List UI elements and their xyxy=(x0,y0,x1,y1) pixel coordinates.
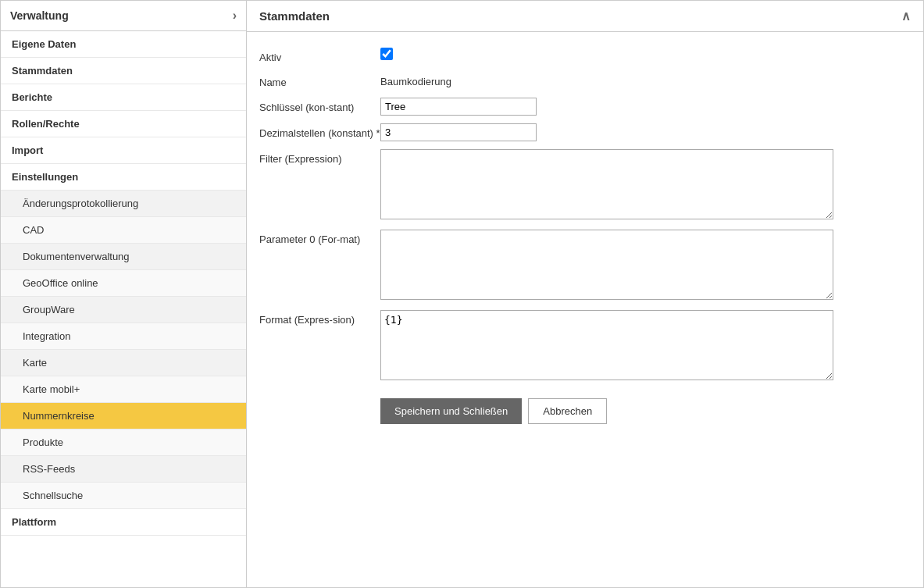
sidebar: Verwaltung › Eigene DatenStammdatenBeric… xyxy=(1,1,247,587)
sidebar-item-groupware[interactable]: GroupWare xyxy=(1,297,246,323)
format-control xyxy=(380,310,833,383)
main-content: Stammdaten ∧ Aktiv Name Baumkodierung Sc… xyxy=(247,1,923,587)
form-area: Aktiv Name Baumkodierung Schlüssel (kon-… xyxy=(247,32,923,440)
aktiv-label: Aktiv xyxy=(259,48,380,65)
dezimalstellen-row: Dezimalstellen (konstant) * xyxy=(259,123,911,141)
sidebar-item-stammdaten[interactable]: Stammdaten xyxy=(1,58,246,84)
main-collapse-icon[interactable]: ∧ xyxy=(901,9,911,23)
name-row: Name Baumkodierung xyxy=(259,73,911,90)
schluessel-control xyxy=(380,98,833,116)
sidebar-item-berichte[interactable]: Berichte xyxy=(1,84,246,111)
aktiv-row: Aktiv xyxy=(259,48,911,65)
dezimalstellen-control xyxy=(380,123,833,141)
main-title: Stammdaten xyxy=(259,9,330,23)
sidebar-collapse-icon[interactable]: › xyxy=(233,9,237,23)
sidebar-item-schnellsuche[interactable]: Schnellsuche xyxy=(1,483,246,509)
format-row: Format (Expres-sion) xyxy=(259,310,911,383)
sidebar-item-rollen-rechte[interactable]: Rollen/Rechte xyxy=(1,111,246,137)
dezimalstellen-label: Dezimalstellen (konstant) * xyxy=(259,123,380,141)
dezimalstellen-input[interactable] xyxy=(380,123,537,141)
schluessel-row: Schlüssel (kon-stant) xyxy=(259,98,911,116)
sidebar-header[interactable]: Verwaltung › xyxy=(1,1,246,31)
sidebar-item-karte-mobil[interactable]: Karte mobil+ xyxy=(1,376,246,403)
filter-textarea[interactable] xyxy=(380,149,833,219)
filter-control xyxy=(380,149,833,222)
schluessel-label: Schlüssel (kon-stant) xyxy=(259,98,380,115)
aktiv-control xyxy=(380,48,833,62)
sidebar-item-integration[interactable]: Integration xyxy=(1,323,246,350)
sidebar-item-geooffice-online[interactable]: GeoOffice online xyxy=(1,270,246,297)
button-row: Speichern und Schließen Abbrechen xyxy=(259,398,911,424)
schluessel-input[interactable] xyxy=(380,98,537,116)
save-button[interactable]: Speichern und Schließen xyxy=(380,398,522,424)
sidebar-title: Verwaltung xyxy=(10,9,69,22)
main-header: Stammdaten ∧ xyxy=(247,1,923,32)
sidebar-item-eigene-daten[interactable]: Eigene Daten xyxy=(1,31,246,58)
sidebar-item-plattform[interactable]: Plattform xyxy=(1,509,246,536)
sidebar-item-dokumentenverwaltung[interactable]: Dokumentenverwaltung xyxy=(1,244,246,270)
sidebar-item-einstellungen[interactable]: Einstellungen xyxy=(1,164,246,191)
sidebar-item-karte[interactable]: Karte xyxy=(1,350,246,376)
format-label: Format (Expres-sion) xyxy=(259,310,380,327)
sidebar-item-import[interactable]: Import xyxy=(1,137,246,164)
parameter-row: Parameter 0 (For-mat) xyxy=(259,230,911,302)
format-textarea[interactable] xyxy=(380,310,833,380)
sidebar-item-nummernkreise[interactable]: Nummernkreise xyxy=(1,403,246,429)
parameter-label: Parameter 0 (For-mat) xyxy=(259,230,380,247)
aktiv-checkbox[interactable] xyxy=(380,48,393,60)
cancel-button[interactable]: Abbrechen xyxy=(528,398,607,424)
sidebar-items: Eigene DatenStammdatenBerichteRollen/Rec… xyxy=(1,31,246,536)
sidebar-item-aenderungsprotokollierung[interactable]: Änderungsprotokollierung xyxy=(1,191,246,217)
filter-label: Filter (Expression) xyxy=(259,149,380,166)
sidebar-item-rss-feeds[interactable]: RSS-Feeds xyxy=(1,456,246,483)
filter-row: Filter (Expression) xyxy=(259,149,911,222)
sidebar-item-produkte[interactable]: Produkte xyxy=(1,429,246,456)
sidebar-item-cad[interactable]: CAD xyxy=(1,217,246,244)
parameter-textarea[interactable] xyxy=(380,230,833,300)
parameter-control xyxy=(380,230,833,302)
name-value: Baumkodierung xyxy=(380,73,833,87)
name-label: Name xyxy=(259,73,380,90)
